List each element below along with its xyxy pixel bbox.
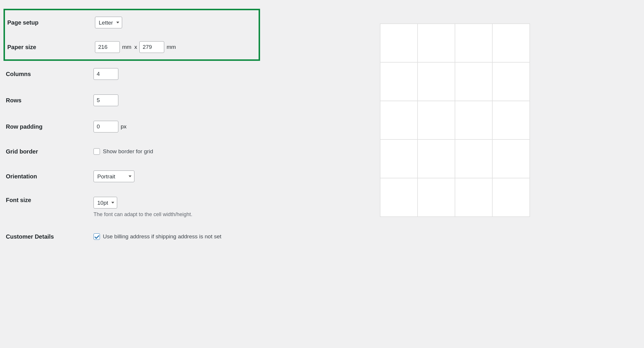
grid-cell bbox=[380, 140, 417, 178]
orientation-label: Orientation bbox=[6, 173, 94, 180]
rows-input[interactable] bbox=[94, 94, 118, 106]
columns-control bbox=[94, 68, 260, 80]
row-padding-control: px bbox=[94, 121, 260, 132]
orientation-control: Portrait bbox=[94, 170, 260, 182]
grid-cell bbox=[493, 101, 529, 139]
orientation-select-wrap: Portrait bbox=[94, 170, 134, 182]
grid-cell bbox=[455, 178, 492, 216]
customer-details-label: Customer Details bbox=[6, 233, 94, 240]
columns-label: Columns bbox=[6, 71, 94, 77]
paper-width-unit: mm bbox=[122, 44, 131, 50]
grid-border-checkbox[interactable] bbox=[94, 148, 100, 155]
grid-cell bbox=[418, 63, 455, 101]
grid-border-checkbox-label: Show border for grid bbox=[103, 148, 153, 155]
paper-size-row: Paper size mm x mm bbox=[5, 35, 259, 59]
font-size-control: 10pt bbox=[94, 197, 260, 209]
customer-details-checkbox[interactable] bbox=[94, 233, 100, 240]
font-size-select-wrap: 10pt bbox=[94, 197, 117, 209]
rows-label: Rows bbox=[6, 97, 94, 104]
columns-input[interactable] bbox=[94, 68, 118, 80]
grid-cell bbox=[493, 63, 529, 101]
grid-cell bbox=[455, 63, 492, 101]
grid-cell bbox=[418, 101, 455, 139]
columns-row: Columns bbox=[6, 61, 260, 87]
rows-control bbox=[94, 94, 260, 106]
grid-border-label: Grid border bbox=[6, 148, 94, 155]
font-size-help: The font can adapt to the cell width/hei… bbox=[94, 211, 260, 218]
row-padding-unit: px bbox=[121, 123, 127, 130]
customer-details-checkbox-label: Use billing address if shipping address … bbox=[103, 233, 221, 240]
preview-section bbox=[260, 6, 638, 248]
orientation-row: Orientation Portrait bbox=[6, 163, 260, 189]
grid-cell bbox=[380, 24, 417, 62]
paper-size-separator: x bbox=[134, 44, 137, 50]
grid-cell bbox=[418, 140, 455, 178]
orientation-select[interactable]: Portrait bbox=[94, 170, 134, 182]
page-setup-row: Page setup Letter bbox=[5, 10, 259, 35]
row-padding-label: Row padding bbox=[6, 123, 94, 130]
font-size-row: Font size 10pt The font can adapt to the… bbox=[6, 189, 260, 225]
paper-width-input[interactable] bbox=[95, 41, 120, 53]
grid-cell bbox=[493, 178, 529, 216]
settings-container: Page setup Letter Paper size mm x mm bbox=[0, 0, 644, 254]
grid-cell bbox=[380, 101, 417, 139]
grid-cell bbox=[493, 24, 529, 62]
paper-size-label: Paper size bbox=[7, 44, 95, 51]
grid-preview bbox=[380, 23, 530, 217]
grid-cell bbox=[455, 24, 492, 62]
highlight-annotation: Page setup Letter Paper size mm x mm bbox=[4, 9, 260, 61]
font-size-label: Font size bbox=[6, 197, 94, 204]
row-padding-row: Row padding px bbox=[6, 113, 260, 140]
font-size-select[interactable]: 10pt bbox=[94, 197, 117, 209]
font-size-control-col: 10pt The font can adapt to the cell widt… bbox=[94, 197, 260, 218]
grid-cell bbox=[493, 140, 529, 178]
page-setup-control: Letter bbox=[95, 17, 256, 28]
page-setup-select-wrap: Letter bbox=[95, 17, 122, 28]
customer-details-control: Use billing address if shipping address … bbox=[94, 233, 260, 240]
grid-cell bbox=[380, 178, 417, 216]
grid-cell bbox=[455, 140, 492, 178]
customer-details-checkbox-wrap: Use billing address if shipping address … bbox=[94, 233, 221, 240]
page-setup-label: Page setup bbox=[7, 19, 95, 26]
grid-cell bbox=[418, 24, 455, 62]
row-padding-input[interactable] bbox=[94, 121, 118, 132]
grid-border-checkbox-wrap: Show border for grid bbox=[94, 148, 153, 155]
paper-height-input[interactable] bbox=[139, 41, 164, 53]
form-section: Page setup Letter Paper size mm x mm bbox=[6, 6, 260, 248]
rows-row: Rows bbox=[6, 87, 260, 113]
paper-size-control: mm x mm bbox=[95, 41, 256, 53]
page-setup-select[interactable]: Letter bbox=[95, 17, 122, 28]
customer-details-row: Customer Details Use billing address if … bbox=[6, 225, 260, 248]
grid-cell bbox=[455, 101, 492, 139]
paper-height-unit: mm bbox=[167, 44, 176, 50]
grid-border-control: Show border for grid bbox=[94, 148, 260, 155]
grid-cell bbox=[418, 178, 455, 216]
grid-border-row: Grid border Show border for grid bbox=[6, 140, 260, 163]
grid-cell bbox=[380, 63, 417, 101]
